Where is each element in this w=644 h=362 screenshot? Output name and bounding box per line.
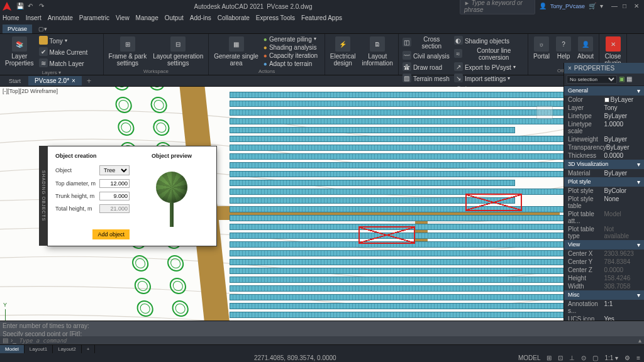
- electrical-design-button[interactable]: ⚡Electrical design: [328, 35, 358, 68]
- close-icon[interactable]: ✕: [634, 3, 641, 10]
- ribbon-tab-more[interactable]: ▢▾: [33, 25, 52, 33]
- terrain-mesh-button[interactable]: ▨Terrain mesh: [401, 73, 452, 84]
- pick-icon[interactable]: ▦: [626, 75, 632, 82]
- qat-save-icon[interactable]: 💾: [16, 3, 24, 10]
- menu-item[interactable]: Featured Apps: [301, 14, 342, 21]
- adapt-terrain-button[interactable]: ●Adapt to terrain: [262, 60, 322, 68]
- prop-row[interactable]: Center X2303.9623: [564, 250, 644, 258]
- user-name[interactable]: Tony_PVcase: [550, 3, 585, 9]
- selection-dropdown[interactable]: No selection: [567, 75, 617, 84]
- layout-info-button[interactable]: 🗎Layout information: [359, 35, 395, 68]
- match-layer-button[interactable]: ≋Match Layer: [38, 58, 101, 69]
- draw-road-button[interactable]: 🛣Draw road: [401, 62, 452, 73]
- filetab-start[interactable]: Start: [3, 77, 27, 85]
- settings-icon[interactable]: ⚙: [623, 354, 631, 361]
- ortho-icon[interactable]: ⊥: [568, 354, 576, 361]
- grid-icon[interactable]: ⊞: [545, 354, 553, 361]
- object-type-select[interactable]: Tree: [99, 165, 130, 175]
- prop-row[interactable]: Height158.4246: [564, 274, 644, 282]
- about-button[interactable]: 👤About: [575, 35, 596, 61]
- prop-row[interactable]: ColorByLayer: [564, 96, 644, 104]
- ribbon-tab-pvcase[interactable]: PVcase: [3, 25, 32, 33]
- prop-group[interactable]: Misc▾: [564, 290, 644, 300]
- menu-item[interactable]: Output: [165, 14, 184, 21]
- polar-icon[interactable]: ⊙: [580, 354, 587, 361]
- command-expand-icon[interactable]: ▴: [638, 337, 641, 344]
- layout-tab[interactable]: Layout2: [53, 345, 81, 353]
- menu-item[interactable]: Collaborate: [218, 14, 250, 21]
- prop-row[interactable]: Plot table att...Model: [564, 210, 644, 225]
- prop-row[interactable]: Center Y784.8384: [564, 258, 644, 266]
- menu-item[interactable]: Parametric: [79, 14, 109, 21]
- menu-item[interactable]: Annotate: [48, 14, 73, 21]
- signin-icon[interactable]: 👤: [539, 3, 547, 10]
- make-current-button[interactable]: ✔Make Current: [38, 47, 101, 58]
- close-tab-icon[interactable]: ×: [72, 77, 75, 84]
- qat-redo-icon[interactable]: ↷: [39, 3, 47, 10]
- command-input[interactable]: [19, 337, 636, 344]
- prop-row[interactable]: Plot style tableNone: [564, 195, 644, 210]
- maximize-icon[interactable]: □: [623, 3, 630, 10]
- capacity-iter-button[interactable]: ●Capacity iteration: [262, 52, 322, 60]
- qat-undo-icon[interactable]: ↶: [28, 3, 35, 10]
- prop-group[interactable]: General▾: [564, 86, 644, 96]
- generate-single-button[interactable]: ▦Generate single area: [211, 35, 261, 68]
- command-menu-icon[interactable]: ▤: [3, 337, 8, 344]
- menu-item[interactable]: Manage: [136, 14, 158, 21]
- prop-row[interactable]: Width308.7058: [564, 282, 644, 290]
- prop-row[interactable]: LinetypeByLayer: [564, 112, 644, 120]
- top-diameter-input[interactable]: [99, 179, 130, 188]
- layout-tab[interactable]: Layout1: [25, 345, 53, 353]
- layer-select[interactable]: Tony ▾: [38, 35, 101, 47]
- scale-button[interactable]: 1:1 ▾: [603, 354, 619, 361]
- prop-group[interactable]: 3D Visualization▾: [564, 160, 644, 169]
- filetab-current[interactable]: PVcase 2.0*×: [28, 76, 82, 85]
- portal-button[interactable]: ☼Portal: [531, 35, 552, 61]
- menu-item[interactable]: Add-ins: [190, 14, 211, 21]
- osnap-icon[interactable]: ▢: [591, 354, 599, 361]
- cross-section-button[interactable]: ◫Cross section: [401, 35, 452, 50]
- prop-group[interactable]: Plot style▾: [564, 177, 644, 187]
- quick-select-icon[interactable]: ▣: [619, 75, 625, 82]
- new-tab-button[interactable]: +: [83, 77, 95, 85]
- search-input[interactable]: ► Type a keyword or phrase: [460, 0, 535, 14]
- view-cube[interactable]: TOP: [518, 99, 556, 137]
- prop-row[interactable]: Annotation s...1:1: [564, 300, 644, 315]
- prop-row[interactable]: Linetype scale1.0000: [564, 120, 644, 135]
- menu-item[interactable]: Express Tools: [256, 14, 295, 21]
- import-settings-button[interactable]: ↘Import settings ▾: [453, 73, 525, 84]
- prop-row[interactable]: TransparencyByLayer: [564, 143, 644, 151]
- help-dropdown-icon[interactable]: ▾: [600, 3, 608, 10]
- add-object-button[interactable]: Add object: [92, 229, 130, 239]
- prop-row[interactable]: Thickness0.0000: [564, 151, 644, 160]
- prop-row[interactable]: Plot styleByColor: [564, 187, 644, 195]
- generate-piling-button[interactable]: ●Generate piling ▾: [262, 35, 322, 43]
- dialog-sidebar-tab[interactable]: SHADING OBJECTS: [39, 146, 48, 246]
- export-pvsyst-button[interactable]: ↗Export to PVsyst ▾: [453, 62, 525, 73]
- snap-icon[interactable]: ⊡: [557, 354, 564, 361]
- menu-item[interactable]: View: [116, 14, 130, 21]
- frame-park-button[interactable]: ⊞Frame & park settings: [106, 35, 150, 68]
- help-button[interactable]: ?Help: [553, 35, 574, 61]
- model-tab[interactable]: Model: [0, 345, 25, 353]
- cart-icon[interactable]: 🛒: [589, 3, 596, 10]
- layout-gen-button[interactable]: ⊟Layout generation settings: [150, 35, 206, 68]
- customize-icon[interactable]: ≡: [635, 354, 641, 361]
- contour-conv-button[interactable]: ≈Contour line conversion: [453, 47, 525, 62]
- add-layout-button[interactable]: +: [82, 345, 96, 353]
- trunk-height-input[interactable]: [99, 192, 130, 200]
- prop-row[interactable]: LayerTony: [564, 104, 644, 112]
- layer-properties-button[interactable]: 📚Layer Properties: [3, 35, 36, 68]
- prop-row[interactable]: LineweightByLayer: [564, 135, 644, 143]
- shading-analysis-button[interactable]: ●Shading analysis: [262, 43, 322, 52]
- civil-analysis-button[interactable]: 〰Civil analysis: [401, 50, 452, 62]
- prop-row[interactable]: MaterialByLayer: [564, 169, 644, 177]
- shading-objects-button[interactable]: ◐Shading objects: [453, 35, 525, 47]
- prop-row[interactable]: Plot table typeNot available: [564, 225, 644, 240]
- prop-row[interactable]: Center Z0.0000: [564, 266, 644, 274]
- close-panel-icon[interactable]: ×: [568, 65, 572, 72]
- minimize-icon[interactable]: —: [611, 3, 619, 10]
- menu-item[interactable]: Home: [3, 14, 19, 21]
- model-mode-button[interactable]: MODEL: [517, 354, 542, 361]
- menu-item[interactable]: Insert: [26, 14, 42, 21]
